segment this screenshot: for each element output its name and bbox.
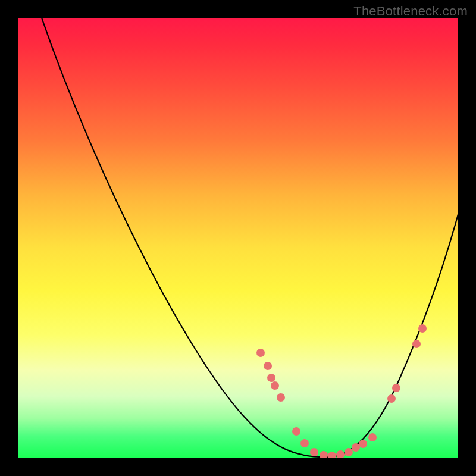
scatter-point [256,349,265,357]
scatter-point [264,362,272,370]
scatter-point [345,448,353,456]
plot-area [18,18,458,458]
scatter-point [292,427,300,436]
scatter-point [418,324,427,333]
scatter-point [271,381,279,390]
watermark-text: TheBottleneck.com [353,4,468,19]
scatter-point [320,451,328,458]
scatter-point [359,440,367,448]
scatter-point [277,393,285,402]
chart-frame: TheBottleneck.com [0,0,476,476]
scatter-point [310,448,318,456]
scatter-points-group [256,324,427,458]
scatter-point [368,433,377,441]
scatter-point [352,443,360,452]
scatter-point [328,452,336,458]
scatter-point [412,340,421,348]
scatter-point [387,394,396,403]
scatter-point [300,439,309,447]
scatter-point [267,374,275,382]
scatter-point [336,450,345,458]
scatter-point [392,384,400,392]
chart-svg [18,18,458,458]
